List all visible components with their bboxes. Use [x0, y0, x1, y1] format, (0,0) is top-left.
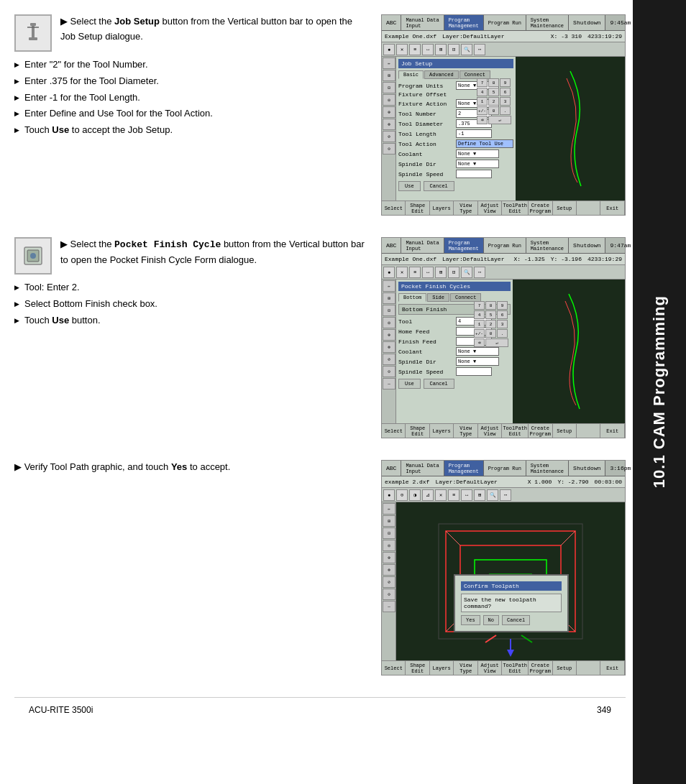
dialog-tab-side[interactable]: Side	[427, 293, 449, 302]
bottom-adjust[interactable]: AdjustView	[478, 201, 502, 215]
cam2-tab-system[interactable]: SystemMaintenance	[526, 238, 569, 253]
cam3-tab-progrun[interactable]: Program Run	[484, 461, 526, 476]
bottom2-adjust[interactable]: AdjustView	[478, 424, 502, 438]
bottom-layers[interactable]: Layers	[430, 201, 454, 215]
toolbar-btn-grid[interactable]: ⊞	[435, 44, 447, 55]
cam3-tab-system[interactable]: SystemMaintenance	[526, 461, 569, 476]
toolbar-btn-move[interactable]: ⊡	[448, 44, 459, 55]
numpad2-6[interactable]: 6	[497, 310, 508, 319]
numpad2-neg[interactable]: +/-	[474, 329, 485, 338]
numpad2-dot[interactable]: .	[497, 329, 508, 338]
cam2-tab-manual[interactable]: Manual DataInput	[401, 238, 444, 253]
spindle-speed-input-2[interactable]	[456, 367, 492, 376]
numpad-7[interactable]: 7	[477, 78, 488, 87]
cam-tab-abc[interactable]: ABC	[382, 15, 401, 30]
numpad2-0[interactable]: 0	[485, 329, 496, 338]
toolbar-btn-list[interactable]: ≡	[409, 44, 421, 55]
numpad-0[interactable]: 0	[488, 106, 499, 115]
sb3-btn-2[interactable]: ⊞	[383, 515, 395, 527]
toolbar3-btn-2[interactable]: ⊙	[396, 489, 408, 501]
dialog-tab-bottom[interactable]: Bottom	[398, 293, 426, 302]
numpad2-7[interactable]: 7	[474, 301, 485, 310]
sb2-btn-2[interactable]: ⊞	[383, 292, 395, 304]
cam2-tab-shutdown[interactable]: Shutdown	[569, 238, 605, 253]
dialog-tab-basic[interactable]: Basic	[398, 70, 424, 79]
sb3-btn-4[interactable]: ◎	[383, 540, 395, 551]
bottom2-exit[interactable]: Exit	[600, 424, 624, 438]
bottom-setup[interactable]: Setup	[553, 201, 577, 215]
bottom-exit[interactable]: Exit	[600, 201, 624, 215]
numpad2-1[interactable]: 1	[474, 320, 485, 328]
cancel-button-1[interactable]: Cancel	[424, 181, 454, 191]
numpad-6[interactable]: 6	[500, 88, 511, 96]
toolbar2-btn-4[interactable]: ↔	[422, 267, 434, 278]
numpad2-3[interactable]: 3	[497, 320, 508, 328]
numpad-1[interactable]: 1	[477, 97, 488, 106]
toolbar3-btn-6[interactable]: ≡	[448, 489, 459, 501]
toolbar3-btn-5[interactable]: ✕	[435, 489, 447, 501]
cancel-button-2[interactable]: Cancel	[424, 379, 454, 389]
numpad-9[interactable]: 9	[500, 78, 511, 87]
bottom2-setup[interactable]: Setup	[553, 424, 577, 438]
numpad2-2[interactable]: 2	[485, 320, 496, 328]
cam-tab-program[interactable]: ProgramManagement	[444, 15, 484, 30]
sb3-btn-3[interactable]: ⊟	[383, 527, 395, 539]
sb2-btn-3[interactable]: ⊟	[383, 305, 395, 316]
toolbar3-btn-7[interactable]: ↔	[461, 489, 472, 501]
numpad-4[interactable]: 4	[477, 88, 488, 96]
bottom3-adjust[interactable]: AdjustView	[478, 661, 502, 675]
cam-tab-shutdown[interactable]: Shutdown	[569, 15, 605, 30]
use-button-1[interactable]: Use	[398, 181, 421, 191]
sb-btn-6[interactable]: ⊗	[383, 119, 395, 130]
toolbar2-btn-2[interactable]: ✕	[396, 267, 408, 278]
sb2-btn-1[interactable]: ✏	[383, 280, 395, 292]
bottom-toolpath[interactable]: ToolPathEdit	[502, 201, 529, 215]
numpad2-9[interactable]: 9	[497, 301, 508, 310]
bottom-shape[interactable]: ShapeEdit	[406, 201, 429, 215]
bottom2-select[interactable]: Select	[382, 424, 406, 438]
bottom3-setup[interactable]: Setup	[553, 661, 577, 675]
sb2-btn-7[interactable]: ⊘	[383, 354, 395, 365]
no-button[interactable]: No	[483, 615, 499, 625]
bottom-create[interactable]: CreateProgram	[529, 201, 552, 215]
bottom2-layers[interactable]: Layers	[430, 424, 454, 438]
tool-action-select[interactable]: Define Tool Use	[456, 139, 513, 148]
sb-btn-2[interactable]: ⊞	[383, 70, 395, 81]
sb3-btn-5[interactable]: ⊕	[383, 552, 395, 563]
toolbar-btn-zoom[interactable]: 🔍	[461, 44, 472, 55]
cam2-tab-program[interactable]: ProgramManagement	[444, 238, 484, 253]
numpad-enter[interactable]: ↵	[488, 116, 511, 124]
bottom-select[interactable]: Select	[382, 201, 406, 215]
bottom3-create[interactable]: CreateProgram	[529, 661, 552, 675]
dialog-tab-advanced[interactable]: Advanced	[424, 70, 459, 79]
cam2-tab-abc[interactable]: ABC	[382, 238, 401, 253]
sb3-btn-9[interactable]: —	[383, 601, 395, 612]
toolbar3-btn-8[interactable]: ⊞	[474, 489, 485, 501]
cam3-tab-program[interactable]: ProgramManagement	[444, 461, 484, 476]
sb3-btn-7[interactable]: ⊘	[383, 576, 395, 588]
toolbar-btn-dots[interactable]: ⋯	[474, 44, 485, 55]
spindle-speed-input[interactable]	[456, 170, 492, 178]
cam3-tab-manual[interactable]: Manual DataInput	[401, 461, 444, 476]
bottom3-layers[interactable]: Layers	[430, 661, 454, 675]
use-button-2[interactable]: Use	[398, 379, 421, 389]
toolbar3-btn-10[interactable]: ⋯	[500, 489, 511, 501]
spindle-dir-select-2[interactable]: None ▼	[456, 357, 499, 366]
cam-tab-system[interactable]: SystemMaintenance	[526, 15, 569, 30]
cam3-tab-abc[interactable]: ABC	[382, 461, 401, 476]
toolbar-btn-x[interactable]: ✕	[396, 44, 408, 55]
spindle-dir-select[interactable]: None ▼	[456, 160, 499, 168]
coolant-select[interactable]: None ▼	[456, 149, 499, 158]
toolbar-btn-arrow[interactable]: ↔	[422, 44, 434, 55]
sb-btn-1[interactable]: ✏	[383, 57, 395, 69]
bottom3-view[interactable]: ViewType	[454, 661, 477, 675]
numpad-2[interactable]: 2	[488, 97, 499, 106]
toolbar2-btn-7[interactable]: 🔍	[461, 267, 472, 278]
sb3-btn-1[interactable]: ✏	[383, 503, 395, 515]
toolbar2-btn-3[interactable]: ≡	[409, 267, 421, 278]
bottom3-toolpath[interactable]: ToolPathEdit	[502, 661, 529, 675]
bottom2-create[interactable]: CreateProgram	[529, 424, 552, 438]
numpad2-8[interactable]: 8	[485, 301, 496, 310]
sb-btn-7[interactable]: ⊘	[383, 131, 395, 142]
sb-btn-3[interactable]: ⊟	[383, 82, 395, 93]
